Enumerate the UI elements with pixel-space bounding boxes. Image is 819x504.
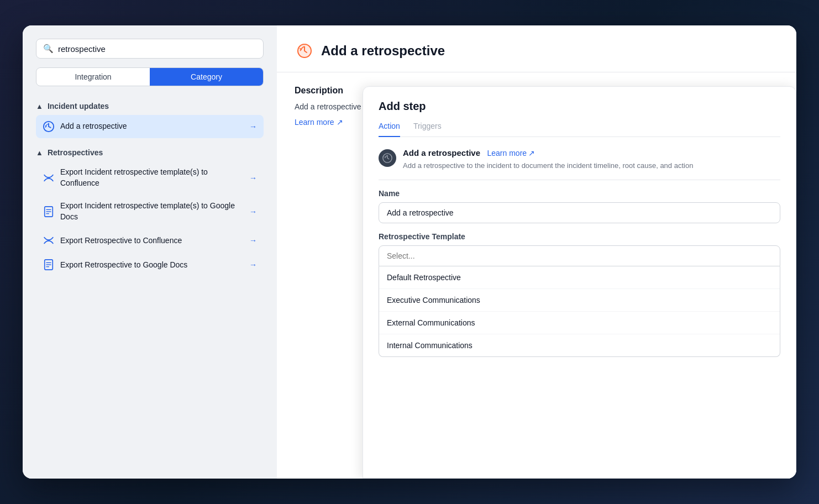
- left-panel: 🔍 Integration Category ▲ Incident update…: [23, 25, 277, 479]
- tab-action[interactable]: Action: [379, 122, 400, 137]
- template-label: Retrospective Template: [379, 232, 780, 241]
- action-info: Add a retrospective Learn more ↗ Add a r…: [403, 148, 780, 171]
- search-icon: 🔍: [43, 44, 54, 54]
- list-item-export-retrospective-googledocs[interactable]: Export Retrospective to Google Docs →: [36, 253, 264, 276]
- list-item-add-retrospective[interactable]: Add a retrospective →: [36, 115, 264, 138]
- list-item-export-confluence-templates[interactable]: Export Incident retrospective template(s…: [36, 161, 264, 194]
- external-link-icon: ↗: [337, 118, 343, 127]
- learn-more-link-action[interactable]: Learn more ↗: [487, 149, 536, 158]
- filter-tabs: Integration Category: [36, 67, 264, 86]
- arrow-right-icon-2: →: [249, 207, 257, 216]
- right-area: Add a retrospective Description Add a re…: [277, 25, 796, 479]
- list-item-label-export-confluence: Export Retrospective to Confluence: [60, 235, 244, 246]
- name-label: Name: [379, 189, 780, 198]
- list-item-export-retrospective-confluence[interactable]: Export Retrospective to Confluence →: [36, 229, 264, 252]
- add-step-panel: Add step Action Triggers: [363, 86, 796, 479]
- list-item-label-confluence-templates: Export Incident retrospective template(s…: [60, 167, 244, 188]
- docs-icon-2: [43, 259, 55, 271]
- tab-integration[interactable]: Integration: [36, 68, 150, 86]
- name-input[interactable]: [379, 202, 780, 223]
- tab-category[interactable]: Category: [150, 68, 263, 86]
- confluence-icon-1: [43, 172, 55, 184]
- template-select-container: Default Retrospective Executive Communic…: [379, 245, 780, 357]
- add-step-header: Add step Action Triggers: [363, 87, 796, 137]
- arrow-right-icon-1: →: [249, 174, 257, 182]
- confluence-icon-2: [43, 234, 55, 246]
- arrow-right-icon-4: →: [249, 260, 257, 269]
- chevron-up-icon: ▲: [36, 102, 43, 111]
- action-title: Add a retrospective: [403, 148, 480, 158]
- template-dropdown: Default Retrospective Executive Communic…: [379, 266, 780, 357]
- step-tabs: Action Triggers: [379, 122, 780, 137]
- external-link-icon-2: ↗: [528, 149, 535, 158]
- section-title-incident-updates: Incident updates: [48, 102, 109, 111]
- step-content: Add a retrospective Learn more ↗ Add a r…: [363, 137, 796, 369]
- page-header: Add a retrospective: [277, 25, 796, 72]
- section-incident-updates: ▲ Incident updates Add a retrospective →: [36, 97, 264, 139]
- section-title-retrospectives: Retrospectives: [48, 148, 103, 157]
- action-retro-icon: [379, 149, 396, 167]
- dropdown-option-0[interactable]: Default Retrospective: [379, 266, 780, 289]
- section-header-incident-updates[interactable]: ▲ Incident updates: [36, 97, 264, 115]
- template-select-input[interactable]: [379, 245, 780, 266]
- retro-icon: [43, 120, 55, 133]
- docs-icon-1: [43, 206, 55, 218]
- list-item-export-googledocs-templates[interactable]: Export Incident retrospective template(s…: [36, 195, 264, 228]
- learn-more-link-main[interactable]: Learn more ↗: [295, 118, 343, 127]
- list-item-label-googledocs-templates: Export Incident retrospective template(s…: [60, 201, 244, 222]
- chevron-up-icon-2: ▲: [36, 149, 43, 157]
- divider: [379, 180, 780, 180]
- action-description: Add a retrospective to the incident to d…: [403, 160, 780, 171]
- action-item: Add a retrospective Learn more ↗ Add a r…: [379, 148, 780, 171]
- header-retro-icon: [295, 41, 314, 61]
- search-box: 🔍: [36, 39, 264, 59]
- arrow-right-icon-3: →: [249, 236, 257, 245]
- search-input[interactable]: [58, 44, 256, 54]
- arrow-right-icon-0: →: [249, 122, 257, 131]
- tab-triggers[interactable]: Triggers: [413, 122, 442, 137]
- section-retrospectives: ▲ Retrospectives Export Incident retrosp…: [36, 144, 264, 277]
- list-item-label-export-googledocs: Export Retrospective to Google Docs: [60, 260, 244, 271]
- page-title: Add a retrospective: [321, 43, 445, 59]
- list-item-label-add-retrospective: Add a retrospective: [60, 121, 244, 132]
- section-header-retrospectives[interactable]: ▲ Retrospectives: [36, 144, 264, 161]
- dropdown-option-1[interactable]: Executive Communications: [379, 289, 780, 312]
- add-step-title: Add step: [379, 100, 780, 113]
- dropdown-option-2[interactable]: External Communications: [379, 312, 780, 334]
- dropdown-option-3[interactable]: Internal Communications: [379, 334, 780, 356]
